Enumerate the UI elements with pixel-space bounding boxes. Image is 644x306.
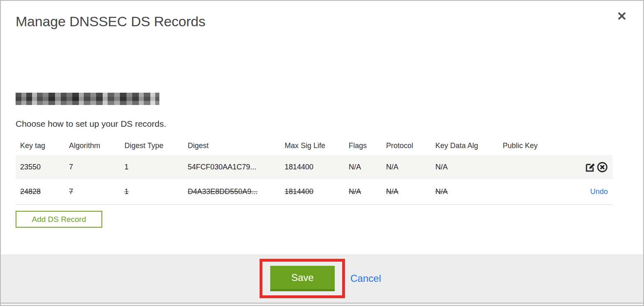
domain-name-redacted (16, 93, 159, 105)
ds-records-table: Key tag Algorithm Digest Type Digest Max… (16, 136, 613, 205)
col-header-key-tag: Key tag (16, 142, 64, 150)
cell-flags: N/A (344, 187, 382, 196)
dialog-footer: Save Cancel (1, 254, 643, 303)
col-header-digest: Digest (183, 142, 280, 150)
edit-record-button[interactable] (585, 162, 596, 173)
col-header-digest-type: Digest Type (120, 142, 183, 150)
edit-pencil-square-icon (585, 168, 596, 174)
red-annotation-rectangle: Save (260, 259, 345, 298)
cell-key-tag: 23550 (16, 163, 64, 171)
instruction-text: Choose how to set up your DS records. (16, 119, 643, 129)
col-header-public-key: Public Key (498, 142, 559, 150)
cell-key-data-alg: N/A (431, 187, 498, 196)
delete-record-button[interactable] (597, 162, 608, 173)
cell-algorithm: 7 (64, 187, 120, 196)
cell-key-data-alg: N/A (431, 163, 498, 171)
col-header-max-sig-life: Max Sig Life (280, 142, 344, 150)
cell-digest-type: 1 (120, 163, 183, 171)
save-button[interactable]: Save (270, 266, 335, 291)
cell-protocol: N/A (382, 187, 431, 196)
dnssec-dialog: Manage DNSSEC DS Records Choose how to s… (0, 0, 644, 306)
col-header-flags: Flags (344, 142, 382, 150)
close-icon (616, 16, 627, 23)
col-header-protocol: Protocol (382, 142, 431, 150)
cell-digest: 54FCF030AA1C79... (183, 163, 280, 171)
cell-key-tag: 24828 (16, 187, 64, 196)
table-row: 23550 7 1 54FCF030AA1C79... 1814400 N/A … (16, 155, 613, 179)
undo-delete-link[interactable]: Undo (590, 187, 608, 196)
cell-digest-type: 1 (120, 187, 183, 196)
cancel-link[interactable]: Cancel (350, 273, 381, 284)
cell-algorithm: 7 (64, 163, 120, 171)
col-header-algorithm: Algorithm (64, 142, 120, 150)
table-row-deleted: 24828 7 1 D4A33E8DD550A9... 1814400 N/A … (16, 179, 613, 205)
col-header-key-data-alg: Key Data Alg (431, 142, 498, 150)
row-actions (580, 162, 613, 173)
cell-flags: N/A (344, 163, 382, 171)
cell-max-sig-life: 1814400 (280, 187, 344, 196)
cell-max-sig-life: 1814400 (280, 163, 344, 171)
page-title: Manage DNSSEC DS Records (16, 13, 643, 30)
page-background-strip (1, 303, 643, 305)
x-in-circle-icon (597, 168, 608, 174)
row-actions: Undo (586, 187, 613, 196)
table-header-row: Key tag Algorithm Digest Type Digest Max… (16, 136, 613, 155)
cell-protocol: N/A (382, 163, 431, 171)
close-button[interactable] (616, 11, 628, 22)
add-ds-record-button[interactable]: Add DS Record (16, 211, 102, 228)
cell-digest: D4A33E8DD550A9... (183, 187, 280, 196)
